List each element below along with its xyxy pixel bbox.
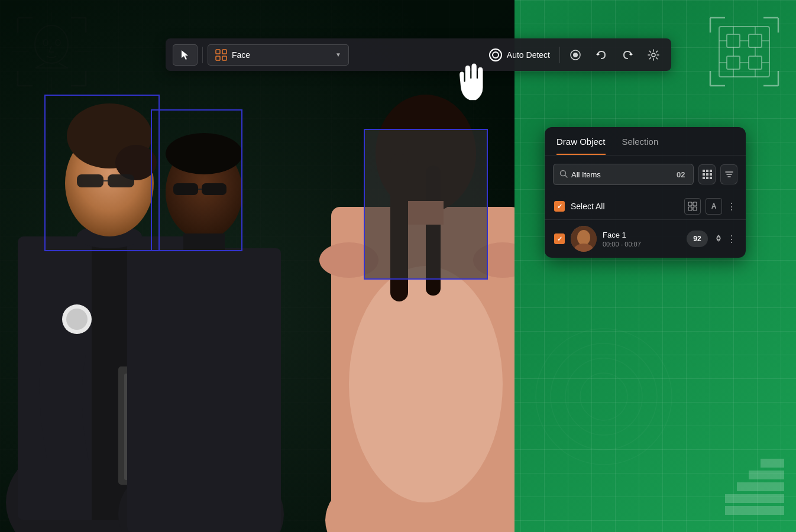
undo-icon — [596, 49, 607, 61]
face-1-thumbnail — [571, 226, 597, 252]
search-input[interactable] — [571, 170, 671, 179]
svg-rect-82 — [688, 207, 692, 210]
auto-detect-button[interactable]: Auto Detect — [484, 44, 555, 66]
cursor-button[interactable] — [173, 44, 198, 66]
svg-rect-68 — [216, 56, 220, 60]
svg-rect-66 — [216, 50, 220, 54]
detection-box-2 — [151, 109, 242, 251]
svg-rect-80 — [688, 202, 692, 206]
select-all-actions: A ⋮ — [684, 198, 736, 215]
filter-icon — [725, 170, 733, 179]
auto-annotate-icon — [688, 202, 697, 211]
face-selector-label: Face — [232, 50, 331, 60]
svg-point-71 — [573, 53, 578, 57]
svg-point-38 — [66, 309, 88, 330]
svg-rect-83 — [693, 207, 697, 210]
svg-line-76 — [565, 175, 568, 177]
panel-search-row: 02 — [545, 155, 746, 193]
face-1-actions: ⋮ — [714, 233, 736, 245]
grid-view-button[interactable] — [698, 164, 716, 184]
detection-box-1 — [44, 95, 160, 251]
tab-draw-object[interactable]: Draw Object — [556, 137, 606, 155]
svg-point-87 — [717, 237, 720, 240]
tab-selection[interactable]: Selection — [622, 137, 659, 155]
text-a-icon: A — [711, 202, 717, 210]
svg-point-74 — [652, 53, 655, 57]
select-all-row: ✓ Select All A ⋮ — [545, 193, 746, 219]
undo-button[interactable] — [591, 44, 612, 66]
toolbar-separator-1 — [202, 47, 203, 63]
svg-marker-65 — [182, 50, 188, 60]
scene-canvas — [0, 0, 796, 532]
redo-icon — [622, 49, 633, 61]
auto-detect-icon — [489, 48, 502, 61]
svg-rect-69 — [222, 56, 226, 60]
svg-rect-81 — [693, 202, 697, 206]
cursor-icon — [180, 50, 190, 60]
face-1-checkbox[interactable]: ✓ — [554, 233, 565, 244]
svg-rect-49 — [127, 248, 281, 532]
redo-button[interactable] — [617, 44, 638, 66]
face-item-1: ✓ Face 1 00:00 - 00:07 92 ⋮ — [545, 220, 746, 258]
more-options-icon[interactable]: ⋮ — [727, 201, 736, 212]
auto-annotate-button[interactable] — [684, 198, 701, 215]
panel-tabs: Draw Object Selection — [545, 127, 746, 155]
select-all-label: Select All — [571, 202, 678, 211]
checkmark-icon: ✓ — [557, 203, 562, 210]
settings-icon — [648, 49, 659, 61]
text-annotate-button[interactable]: A — [706, 198, 722, 215]
record-icon — [570, 49, 581, 61]
select-all-checkbox[interactable]: ✓ — [554, 201, 565, 212]
annotation-panel: Draw Object Selection 02 — [545, 127, 746, 258]
face-1-info: Face 1 00:00 - 00:07 — [603, 231, 681, 248]
svg-point-85 — [577, 230, 590, 245]
toolbar-separator-2 — [559, 47, 560, 63]
face-1-visibility-icon[interactable] — [714, 234, 723, 244]
svg-point-58 — [349, 266, 503, 502]
face-selector-icon — [215, 49, 227, 61]
auto-detect-label: Auto Detect — [507, 50, 550, 60]
face-1-name: Face 1 — [603, 231, 681, 239]
face-type-selector[interactable]: Face ▼ — [208, 44, 349, 66]
face-1-more-icon[interactable]: ⋮ — [727, 233, 736, 245]
detection-box-3 — [364, 129, 488, 280]
grid-icon — [703, 170, 712, 179]
face-1-count-badge: 92 — [687, 231, 708, 247]
settings-button[interactable] — [643, 44, 664, 66]
search-count-badge: 02 — [674, 170, 687, 179]
dropdown-arrow-icon: ▼ — [335, 51, 341, 58]
search-box: 02 — [553, 164, 694, 185]
face-1-time: 00:00 - 00:07 — [603, 241, 681, 248]
toolbar: Face ▼ Auto Detect — [166, 38, 671, 71]
svg-rect-67 — [222, 50, 226, 54]
face-1-checkmark: ✓ — [557, 235, 562, 243]
record-button[interactable] — [565, 44, 586, 66]
search-icon — [559, 170, 568, 180]
filter-button[interactable] — [720, 164, 737, 184]
svg-marker-72 — [596, 53, 600, 55]
svg-marker-73 — [629, 53, 633, 55]
